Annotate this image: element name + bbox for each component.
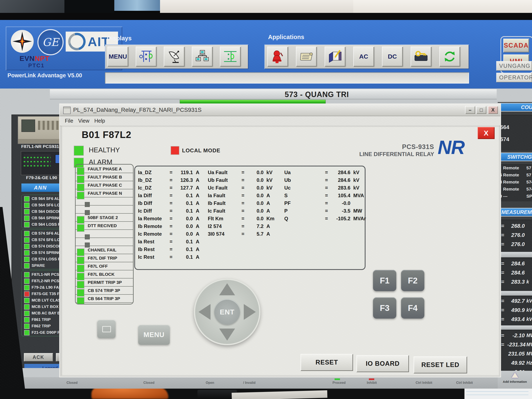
meas-eq: = (241, 185, 248, 191)
meas-value: 119.1 (176, 170, 193, 175)
scada-mode-button[interactable]: SCADA (503, 39, 529, 52)
alarm-status-led (24, 203, 30, 208)
meas-value: -105.2 (331, 216, 350, 222)
indicator-row: F87L BLOCK (76, 270, 133, 279)
meas-row: Ua Fault = 0.0 kV (208, 169, 280, 176)
nr-brand-logo: NR (438, 137, 464, 158)
meas-eq: = (241, 193, 248, 198)
meas-value: 7.2 (248, 223, 264, 229)
meas-eq: = (170, 239, 176, 245)
meas-eq: = (501, 332, 507, 339)
ent-button[interactable]: ENT (214, 299, 240, 325)
meas-unit: MVA (350, 193, 364, 198)
notes-edit-button[interactable] (325, 47, 345, 66)
status-text: Closed (143, 381, 154, 385)
meas-eq: = (501, 260, 507, 267)
f4-button[interactable]: F4 (401, 297, 424, 319)
report-scroll-button[interactable] (296, 47, 317, 66)
meas-eq: = (501, 241, 507, 247)
f3-button[interactable]: F3 (373, 297, 396, 319)
satellite-comms-button[interactable] (164, 47, 184, 66)
relay-menu-button[interactable]: MENU (138, 325, 170, 345)
switchgear-row: -8 Remote 574 (498, 178, 532, 186)
meas-unit: kV (264, 170, 280, 175)
alarm-status-led (24, 263, 30, 268)
network-computers-icon (195, 49, 210, 64)
ac-button[interactable]: AC (353, 47, 374, 66)
alarm-status-led (24, 330, 30, 336)
measurement-row: = 284.6 (498, 259, 532, 268)
access-keys-button[interactable] (411, 47, 431, 66)
add-information-link[interactable]: Add Information (498, 380, 532, 383)
meas-unit: A (193, 216, 207, 222)
measurement-row: 231.05 MVA (498, 349, 532, 358)
measurement-box-1: = 268.0 = 276.0 = 276.0 (498, 220, 532, 253)
minimize-button[interactable]: – (465, 106, 475, 114)
counter-row-574: 574 (500, 136, 509, 143)
line-diagram-button[interactable] (220, 47, 241, 66)
meas-value: 105.4 (331, 193, 350, 198)
monitor-screen: EVNNPT PTC1 GE AIT PowerLink Advantage V… (0, 20, 532, 389)
brand-panel: EVNNPT PTC1 GE AIT (6, 27, 122, 70)
meas-unit: MVa (525, 342, 532, 348)
status-text: Closed (66, 381, 77, 385)
station-title: 573 - QUANG TRI (285, 90, 349, 99)
meas-row: Ib Fault = 0.0 A (208, 199, 280, 207)
meas-eq: = (325, 193, 331, 198)
dialog-titlebar[interactable]: PL_574_DaNang_Relay_F87L2_NARI_PCS931S –… (60, 104, 500, 116)
ait-swirl-icon (65, 30, 89, 54)
refresh-button[interactable] (439, 47, 460, 66)
arrow-left-button[interactable] (198, 304, 210, 320)
menu-item[interactable]: File (65, 118, 73, 124)
meas-unit: A (193, 170, 207, 175)
display-toggle-button[interactable] (97, 320, 115, 338)
evn-logo-icon (11, 30, 34, 53)
meas-unit: MVA (525, 351, 532, 357)
meas-value: 0.0 (248, 193, 264, 198)
meas-value: -231.34 (507, 342, 525, 348)
indicator-row (76, 197, 133, 206)
displays-menu-button[interactable]: MENU (108, 47, 128, 66)
close-button[interactable]: X (488, 106, 498, 114)
arrow-down-button[interactable] (219, 329, 235, 341)
meas-value: 0.0 (248, 216, 264, 222)
alarm-bell-button[interactable] (267, 47, 288, 66)
substation-diagram-button[interactable] (136, 47, 157, 66)
menu-item[interactable]: Help (94, 118, 105, 124)
logged-user-label: VUNGANG (496, 61, 532, 71)
meas-eq: = (325, 216, 331, 222)
switchgear-mode: Remote (503, 165, 526, 171)
network-nodes-button[interactable] (192, 47, 213, 66)
meas-value: 0.0 (248, 185, 264, 191)
dialog-close-x-button[interactable]: X (478, 127, 494, 139)
arrow-right-button[interactable] (244, 304, 256, 320)
meas-unit: A (264, 231, 280, 237)
meas-unit: A (193, 200, 207, 206)
f2-button[interactable]: F2 (401, 270, 424, 291)
counter-header: COUN (498, 103, 532, 112)
ack-button[interactable]: ACK (24, 353, 53, 361)
reset-led-button[interactable]: RESET LED (413, 356, 467, 374)
menu-item[interactable]: View (78, 118, 89, 124)
indicator-label: CHANEL FAIL (88, 247, 116, 253)
meas-eq: = (170, 208, 176, 214)
meas-row: Flt Km = 0.0 Km (208, 215, 280, 222)
meas-row: S = 105.4 MVA (284, 192, 362, 199)
dc-button[interactable]: DC (382, 47, 403, 66)
io-board-button[interactable]: IO BOARD (356, 355, 409, 372)
status-text: Ctrl Inhibit (456, 381, 473, 385)
message-bar (105, 72, 469, 83)
indicator-row (76, 303, 133, 304)
meas-eq: = (501, 279, 507, 285)
reset-button[interactable]: RESET (300, 354, 353, 371)
measurement-row: 49.92 Hz (498, 358, 532, 367)
meas-unit: kV (525, 307, 532, 313)
indicator-label: F87L DIF TRIP (88, 256, 117, 261)
maximize-button[interactable]: □ (476, 106, 486, 114)
sidebar-bottom-strip: Add Information (498, 371, 532, 389)
f1-button[interactable]: F1 (373, 270, 396, 291)
meas-value: -3.5 (331, 208, 350, 214)
meas-eq: = (325, 185, 331, 191)
meas-label: Ic Diff (138, 208, 170, 214)
arrow-up-button[interactable] (219, 283, 235, 295)
